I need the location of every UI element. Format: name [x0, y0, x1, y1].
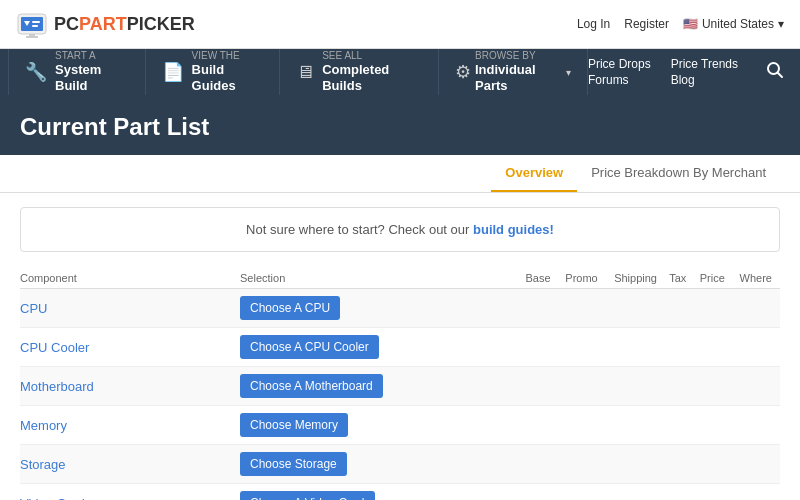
tax-price [665, 484, 694, 501]
shipping-price [606, 289, 665, 328]
search-button[interactable] [758, 57, 792, 88]
register-link[interactable]: Register [624, 17, 669, 31]
monitor-icon: 🖥 [296, 62, 314, 83]
nav-item-system-build[interactable]: 🔧 START A System Build [8, 49, 146, 95]
price-trends-link[interactable]: Price Trends [671, 57, 738, 71]
logo[interactable]: PCPARTPICKER [16, 8, 195, 40]
tax-price [665, 367, 694, 406]
promo-price [559, 328, 606, 367]
shipping-price [606, 367, 665, 406]
promo-price [559, 445, 606, 484]
promo-price [559, 367, 606, 406]
login-link[interactable]: Log In [577, 17, 610, 31]
table-row: Motherboard Choose A Motherboard [20, 367, 780, 406]
country-arrow-icon: ▾ [778, 17, 784, 31]
th-component: Component [20, 268, 240, 289]
shipping-price [606, 406, 665, 445]
component-name[interactable]: Memory [20, 406, 240, 445]
tax-price [665, 406, 694, 445]
total-price [694, 367, 733, 406]
tabs-row: Overview Price Breakdown By Merchant [0, 155, 800, 193]
where-to-buy [733, 445, 780, 484]
nav-item-build-guides[interactable]: 📄 VIEW THE Build Guides [146, 49, 281, 95]
promo-price [559, 289, 606, 328]
component-name[interactable]: CPU Cooler [20, 328, 240, 367]
selection-cell: Choose A Motherboard [240, 367, 520, 406]
table-row: Memory Choose Memory [20, 406, 780, 445]
page-header: Current Part List [0, 95, 800, 155]
total-price [694, 445, 733, 484]
wrench-icon: 🔧 [25, 61, 47, 83]
browse-arrow-icon: ▾ [566, 67, 571, 78]
choose-button[interactable]: Choose A Motherboard [240, 374, 383, 398]
total-price [694, 406, 733, 445]
svg-line-8 [778, 72, 783, 77]
build-guides-link[interactable]: build guides! [473, 222, 554, 237]
choose-button[interactable]: Choose A CPU [240, 296, 340, 320]
table-row: CPU Cooler Choose A CPU Cooler [20, 328, 780, 367]
component-name[interactable]: CPU [20, 289, 240, 328]
nav-item-completed-builds[interactable]: 🖥 SEE ALL Completed Builds [280, 49, 439, 95]
gear-icon: ⚙ [455, 61, 471, 83]
base-price [520, 367, 559, 406]
parts-table-body: CPU Choose A CPU CPU Cooler Choose A CPU… [20, 289, 780, 501]
logo-pc: PC [54, 14, 79, 34]
total-price [694, 289, 733, 328]
nav-top-completed-builds: SEE ALL [322, 50, 422, 62]
th-price: Price [694, 268, 733, 289]
shipping-price [606, 484, 665, 501]
info-banner-text: Not sure where to start? Check out our [246, 222, 473, 237]
table-header: Component Selection Base Promo Shipping … [20, 268, 780, 289]
where-to-buy [733, 289, 780, 328]
tab-price-breakdown[interactable]: Price Breakdown By Merchant [577, 155, 780, 192]
search-icon [766, 61, 784, 79]
svg-rect-5 [32, 21, 40, 23]
forums-link[interactable]: Forums [588, 73, 651, 87]
base-price [520, 445, 559, 484]
nav-bottom-completed-builds: Completed Builds [322, 62, 422, 93]
nav-item-individual-parts[interactable]: ⚙ BROWSE BY Individual Parts ▾ [439, 49, 588, 95]
th-selection: Selection [240, 268, 520, 289]
selection-cell: Choose A CPU [240, 289, 520, 328]
total-price [694, 484, 733, 501]
nav-bottom-build-guides: Build Guides [192, 62, 264, 93]
choose-button[interactable]: Choose A Video Card [240, 491, 375, 500]
nav-bar: 🔧 START A System Build 📄 VIEW THE Build … [0, 49, 800, 95]
blog-link[interactable]: Blog [671, 73, 738, 87]
price-drops-link[interactable]: Price Drops [588, 57, 651, 71]
component-name[interactable]: Video Card [20, 484, 240, 501]
th-tax: Tax [665, 268, 694, 289]
selection-cell: Choose A CPU Cooler [240, 328, 520, 367]
logo-part: PART [79, 14, 127, 34]
selection-cell: Choose A Video Card [240, 484, 520, 501]
table-row: Storage Choose Storage [20, 445, 780, 484]
where-to-buy [733, 328, 780, 367]
main-content: Not sure where to start? Check out our b… [0, 193, 800, 500]
tax-price [665, 445, 694, 484]
tab-overview[interactable]: Overview [491, 155, 577, 192]
choose-button[interactable]: Choose Storage [240, 452, 347, 476]
choose-button[interactable]: Choose Memory [240, 413, 348, 437]
promo-price [559, 406, 606, 445]
logo-picker: PICKER [127, 14, 195, 34]
svg-rect-6 [32, 25, 38, 27]
nav-right-links: Price Drops Forums Price Trends Blog [588, 57, 792, 88]
tax-price [665, 289, 694, 328]
th-base: Base [520, 268, 559, 289]
selection-cell: Choose Storage [240, 445, 520, 484]
component-name[interactable]: Storage [20, 445, 240, 484]
promo-price [559, 484, 606, 501]
where-to-buy [733, 484, 780, 501]
tax-price [665, 328, 694, 367]
nav-top-individual-parts: BROWSE BY [475, 50, 562, 62]
component-name[interactable]: Motherboard [20, 367, 240, 406]
country-selector[interactable]: 🇺🇸 United States ▾ [683, 17, 784, 31]
shipping-price [606, 328, 665, 367]
total-price [694, 328, 733, 367]
base-price [520, 484, 559, 501]
shipping-price [606, 445, 665, 484]
parts-table: Component Selection Base Promo Shipping … [20, 268, 780, 500]
nav-bottom-individual-parts: Individual Parts [475, 62, 562, 93]
choose-button[interactable]: Choose A CPU Cooler [240, 335, 379, 359]
logo-icon [16, 8, 48, 40]
